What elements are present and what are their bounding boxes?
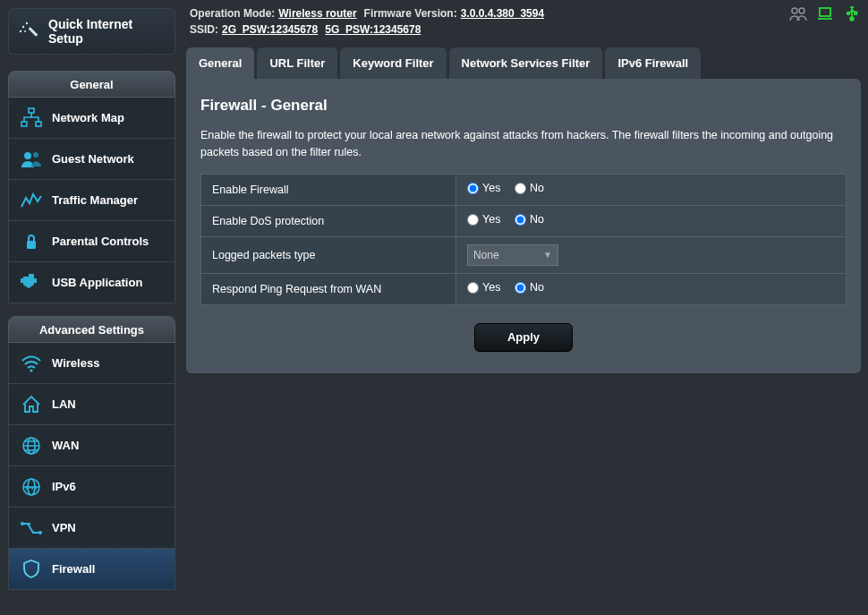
wireless-icon: [18, 350, 45, 377]
setting-label: Enable Firewall: [201, 174, 456, 205]
sidebar-item-traffic-manager[interactable]: Traffic Manager: [8, 180, 175, 221]
sidebar-item-label: Guest Network: [52, 152, 134, 166]
svg-point-17: [21, 522, 24, 525]
wand-icon: [18, 21, 39, 42]
respond-ping-yes[interactable]: Yes: [467, 281, 500, 294]
sidebar: Quick Internet Setup General Network Map…: [0, 0, 179, 615]
op-mode-label: Operation Mode:: [190, 7, 275, 20]
sidebar-item-network-map[interactable]: Network Map: [8, 98, 175, 139]
svg-point-23: [847, 13, 850, 15]
parental-controls-icon: [18, 228, 45, 255]
sidebar-item-lan[interactable]: LAN: [8, 384, 175, 425]
settings-panel: Firewall - General Enable the firewall t…: [186, 79, 861, 373]
sidebar-heading-general: General: [8, 71, 175, 98]
svg-point-22: [850, 17, 854, 21]
sidebar-item-wireless[interactable]: Wireless: [8, 343, 175, 384]
setting-row-enable-dos: Enable DoS protection Yes No: [201, 205, 847, 236]
page-title: Firewall - General: [200, 97, 847, 115]
svg-point-3: [20, 30, 21, 32]
fw-value-link[interactable]: 3.0.0.4.380_3594: [461, 7, 544, 20]
sidebar-advanced-group: Wireless LAN WAN IPv6 IPv6: [8, 343, 175, 590]
svg-rect-24: [855, 13, 856, 14]
sidebar-item-label: Parental Controls: [52, 235, 149, 248]
sidebar-item-label: VPN: [52, 521, 76, 534]
setting-row-enable-firewall: Enable Firewall Yes No: [201, 174, 847, 205]
radio-input[interactable]: [515, 282, 526, 294]
ssid-label: SSID:: [190, 23, 218, 36]
sidebar-item-label: Wireless: [52, 356, 99, 370]
ssid-2g-link[interactable]: 2G_PSW:12345678: [222, 23, 318, 36]
tab-url-filter[interactable]: URL Filter: [257, 47, 337, 79]
sidebar-item-label: IPv6: [52, 480, 76, 493]
tab-bar: General URL Filter Keyword Filter Networ…: [186, 45, 861, 79]
sidebar-heading-advanced: Advanced Settings: [8, 316, 175, 343]
clients-icon[interactable]: [789, 5, 807, 21]
radio-label: Yes: [482, 281, 500, 294]
svg-point-9: [33, 152, 38, 158]
radio-input[interactable]: [515, 183, 526, 194]
ssid-5g-link[interactable]: 5G_PSW:12345678: [325, 23, 421, 36]
apply-button[interactable]: Apply: [474, 323, 573, 352]
svg-point-11: [30, 369, 32, 372]
chevron-down-icon: ▼: [543, 250, 552, 260]
setting-label: Respond Ping Request from WAN: [201, 273, 456, 304]
respond-ping-no[interactable]: No: [515, 281, 544, 294]
sidebar-item-guest-network[interactable]: Guest Network: [8, 139, 175, 180]
enable-firewall-yes[interactable]: Yes: [467, 182, 500, 194]
select-value: None: [473, 249, 499, 261]
logged-type-select[interactable]: None ▼: [467, 244, 558, 266]
setting-label: Logged packets type: [201, 236, 456, 273]
wan-icon: [18, 432, 45, 459]
svg-text:IPv6: IPv6: [26, 485, 38, 491]
guest-network-icon: [18, 146, 45, 173]
enable-dos-no[interactable]: No: [515, 213, 544, 226]
svg-point-1: [22, 26, 24, 28]
radio-label: No: [530, 281, 544, 294]
sidebar-item-wan[interactable]: WAN: [8, 425, 175, 466]
sidebar-item-ipv6[interactable]: IPv6 IPv6: [8, 466, 175, 508]
lan-icon: [18, 391, 45, 418]
tab-ipv6-firewall[interactable]: IPv6 Firewall: [605, 47, 701, 79]
setting-row-respond-ping: Respond Ping Request from WAN Yes No: [201, 273, 847, 304]
tab-general[interactable]: General: [186, 47, 254, 79]
setting-row-logged-type: Logged packets type None ▼: [201, 236, 847, 273]
sidebar-item-firewall[interactable]: Firewall: [8, 549, 175, 590]
svg-rect-5: [29, 108, 34, 113]
sidebar-item-label: Firewall: [52, 562, 95, 576]
radio-input[interactable]: [467, 183, 479, 194]
svg-point-20: [799, 8, 804, 13]
svg-point-2: [26, 22, 28, 24]
network-map-icon: [18, 105, 45, 132]
enable-dos-yes[interactable]: Yes: [467, 213, 500, 226]
network-status-icon[interactable]: [816, 5, 834, 21]
op-mode-value-link[interactable]: Wireless router: [278, 7, 356, 20]
usb-status-icon[interactable]: [843, 5, 861, 21]
svg-rect-6: [21, 122, 27, 126]
svg-rect-21: [820, 8, 830, 16]
radio-input[interactable]: [467, 282, 479, 294]
radio-label: Yes: [482, 182, 500, 194]
svg-point-8: [24, 152, 31, 159]
sidebar-item-label: USB Application: [52, 276, 142, 289]
radio-input[interactable]: [515, 214, 526, 226]
vpn-icon: [18, 515, 45, 542]
quick-internet-setup-button[interactable]: Quick Internet Setup: [8, 8, 175, 55]
svg-point-4: [24, 30, 26, 32]
radio-input[interactable]: [467, 214, 479, 226]
tab-network-services-filter[interactable]: Network Services Filter: [449, 47, 603, 79]
sidebar-item-label: Traffic Manager: [52, 193, 138, 207]
sidebar-item-vpn[interactable]: VPN: [8, 508, 175, 549]
svg-point-18: [38, 531, 42, 534]
sidebar-item-usb-application[interactable]: USB Application: [8, 262, 175, 303]
svg-rect-10: [27, 241, 36, 249]
radio-label: No: [530, 213, 544, 226]
sidebar-item-parental-controls[interactable]: Parental Controls: [8, 221, 175, 262]
svg-rect-0: [29, 27, 38, 37]
top-status-bar: Operation Mode: Wireless router Firmware…: [179, 0, 868, 39]
tab-keyword-filter[interactable]: Keyword Filter: [340, 47, 446, 79]
main-area: Operation Mode: Wireless router Firmware…: [179, 0, 868, 615]
fw-label: Firmware Version:: [364, 7, 457, 20]
ipv6-icon: IPv6: [18, 474, 45, 500]
sidebar-item-label: WAN: [52, 439, 79, 452]
enable-firewall-no[interactable]: No: [515, 182, 544, 194]
